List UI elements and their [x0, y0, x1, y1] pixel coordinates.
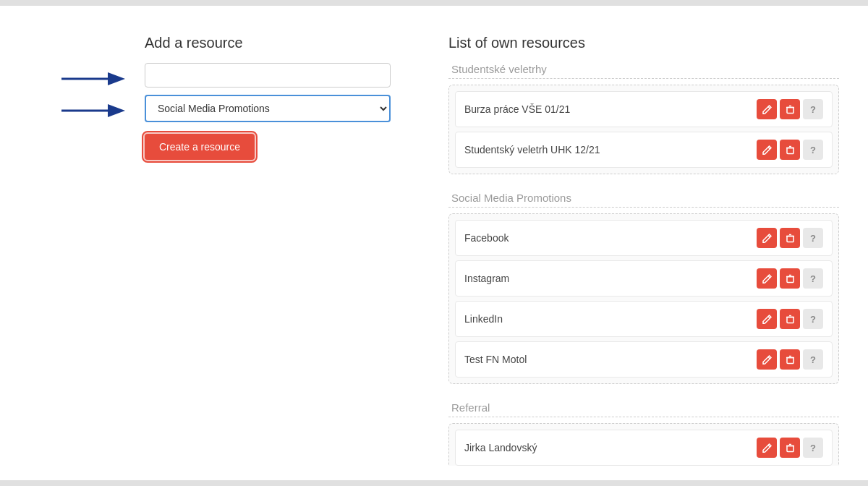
- table-row: Jirka Landovský?: [455, 430, 833, 466]
- svg-line-16: [768, 276, 770, 278]
- create-resource-button[interactable]: Create a resource: [145, 134, 255, 160]
- delete-button[interactable]: [780, 228, 800, 248]
- info-button[interactable]: ?: [803, 228, 823, 248]
- svg-rect-13: [787, 236, 793, 242]
- table-row: Studentský veletrh UHK 12/21?: [455, 132, 833, 168]
- delete-button[interactable]: [780, 268, 800, 289]
- right-panel: List of own resources Studentské veletrh…: [434, 35, 854, 466]
- svg-rect-9: [787, 148, 793, 153]
- resource-item-name: Facebook: [464, 232, 509, 244]
- svg-rect-17: [787, 276, 793, 282]
- group-header-2: Referral: [448, 401, 839, 417]
- resource-item-name: Instagram: [464, 273, 509, 284]
- resource-item-actions: ?: [757, 349, 823, 370]
- delete-button[interactable]: [780, 349, 800, 370]
- edit-button[interactable]: [757, 349, 777, 370]
- resource-item-name: Studentský veletrh UHK 12/21: [464, 144, 600, 155]
- resource-name-group: Instragram: [145, 63, 391, 88]
- resource-item-name: Test FN Motol: [464, 354, 527, 365]
- resource-groups-container: Studentské veletrhyBurza práce VŠE 01/21…: [448, 63, 839, 466]
- svg-line-28: [768, 445, 770, 447]
- resource-group-2: ReferralJirka Landovský?Štěpán Bartyzal?: [448, 401, 839, 466]
- edit-button[interactable]: [757, 228, 777, 248]
- svg-rect-29: [787, 446, 793, 451]
- delete-button[interactable]: [780, 309, 800, 329]
- info-button[interactable]: ?: [803, 99, 823, 119]
- info-button[interactable]: ?: [803, 140, 823, 160]
- info-button[interactable]: ?: [803, 349, 823, 370]
- svg-line-12: [768, 235, 770, 237]
- resource-item-actions: ?: [757, 309, 823, 329]
- resource-name-input[interactable]: Instragram: [145, 63, 391, 88]
- resource-item-name: Jirka Landovský: [464, 442, 537, 453]
- table-row: Burza práce VŠE 01/21?: [455, 91, 833, 127]
- info-button[interactable]: ?: [803, 309, 823, 329]
- arrow-1: [61, 70, 127, 88]
- group-header-0: Studentské veletrhy: [448, 63, 839, 79]
- left-panel: Add a resource Instragram: [14, 35, 434, 466]
- svg-rect-25: [787, 357, 793, 363]
- info-button[interactable]: ?: [803, 268, 823, 289]
- svg-rect-5: [787, 107, 793, 113]
- edit-button[interactable]: [757, 438, 777, 458]
- delete-button[interactable]: [780, 438, 800, 458]
- svg-line-8: [768, 147, 770, 149]
- table-row: Test FN Motol?: [455, 341, 833, 378]
- delete-button[interactable]: [780, 99, 800, 119]
- resource-group-1: Social Media PromotionsFacebook?Instagra…: [448, 192, 839, 384]
- group-items-1: Facebook?Instagram?LinkedIn?Test FN Moto…: [448, 213, 839, 384]
- resource-item-actions: ?: [757, 140, 823, 160]
- resource-item-name: LinkedIn: [464, 313, 503, 325]
- delete-button[interactable]: [780, 140, 800, 160]
- resource-category-select[interactable]: Social Media Promotions Studentské velet…: [145, 95, 391, 122]
- group-items-0: Burza práce VŠE 01/21?Studentský veletrh…: [448, 85, 839, 174]
- edit-button[interactable]: [757, 309, 777, 329]
- arrow-container-2: Social Media Promotions Studentské velet…: [145, 95, 391, 122]
- svg-rect-21: [787, 317, 793, 323]
- table-row: LinkedIn?: [455, 301, 833, 337]
- svg-line-4: [768, 106, 770, 108]
- list-title: List of own resources: [448, 35, 839, 51]
- edit-button[interactable]: [757, 268, 777, 289]
- content-area: Add a resource Instragram: [0, 6, 868, 480]
- page-wrapper: Add a resource Instragram: [0, 0, 868, 486]
- resource-category-group: Social Media Promotions Studentské velet…: [145, 95, 391, 122]
- info-button[interactable]: ?: [803, 438, 823, 458]
- arrow-container-1: Instragram: [145, 63, 391, 88]
- add-resource-title: Add a resource: [145, 35, 391, 51]
- arrow-2: [61, 102, 127, 119]
- group-items-2: Jirka Landovský?Štěpán Bartyzal?: [448, 423, 839, 466]
- edit-button[interactable]: [757, 140, 777, 160]
- svg-line-24: [768, 357, 770, 359]
- resource-item-actions: ?: [757, 438, 823, 458]
- resource-item-actions: ?: [757, 268, 823, 289]
- group-header-1: Social Media Promotions: [448, 192, 839, 208]
- top-bar: [0, 0, 868, 6]
- table-row: Instagram?: [455, 260, 833, 297]
- edit-button[interactable]: [757, 99, 777, 119]
- resource-item-name: Burza práce VŠE 01/21: [464, 103, 570, 115]
- table-row: Facebook?: [455, 220, 833, 256]
- bottom-bar: [0, 480, 868, 486]
- resource-group-0: Studentské veletrhyBurza práce VŠE 01/21…: [448, 63, 839, 174]
- resource-item-actions: ?: [757, 99, 823, 119]
- resource-item-actions: ?: [757, 228, 823, 248]
- svg-line-20: [768, 316, 770, 318]
